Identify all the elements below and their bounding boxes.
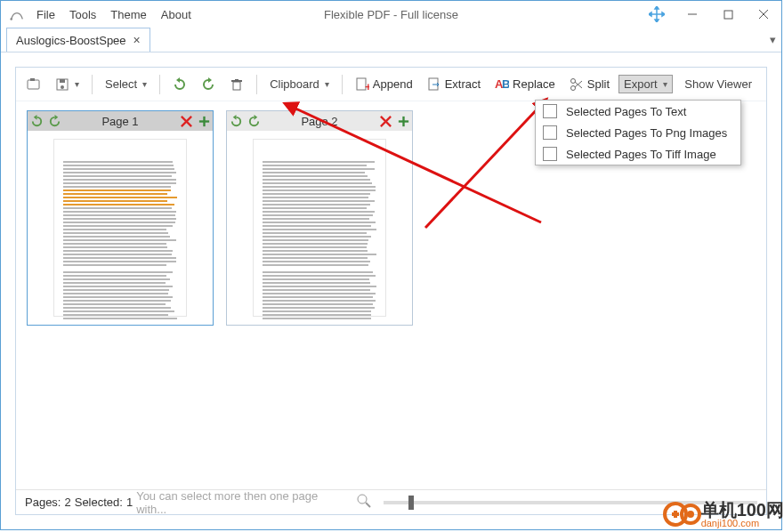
status-pages-value: 2 xyxy=(64,496,70,509)
extract-label: Extract xyxy=(445,77,481,91)
page-preview xyxy=(28,131,213,325)
toolbar-separator xyxy=(342,75,343,94)
document-tab[interactable]: Auslogics-BoostSpee × xyxy=(6,28,150,52)
toolbar: Select Clipboard +Append Extract ABRepla… xyxy=(16,68,766,101)
page-thumbnail-1[interactable]: Page 1 xyxy=(27,110,214,326)
status-selected-value: 1 xyxy=(126,496,133,509)
menu-item-label: Selected Pages To Tiff Image xyxy=(566,148,716,161)
content-area: Select Clipboard +Append Extract ABRepla… xyxy=(1,52,781,529)
svg-marker-6 xyxy=(662,12,665,16)
main-panel: Select Clipboard +Append Extract ABRepla… xyxy=(15,67,767,515)
slider-knob[interactable] xyxy=(408,496,414,510)
replace-button[interactable]: ABReplace xyxy=(489,75,561,94)
rotate-cw-button[interactable] xyxy=(196,75,221,94)
toolbar-separator xyxy=(92,75,93,94)
page-content xyxy=(53,139,187,317)
svg-point-42 xyxy=(358,495,367,504)
svg-line-28 xyxy=(575,82,582,88)
page-rotate-cw-icon[interactable] xyxy=(45,112,63,130)
svg-marker-17 xyxy=(208,77,212,83)
svg-marker-31 xyxy=(54,115,58,120)
svg-rect-12 xyxy=(30,78,35,81)
close-button[interactable] xyxy=(746,1,781,28)
show-viewer-button[interactable]: Show Viewer xyxy=(684,77,761,91)
window-title: Flexible PDF - Full license xyxy=(324,8,458,21)
app-window: File Tools Theme About Flexible PDF - Fu… xyxy=(0,0,782,530)
svg-marker-16 xyxy=(176,77,180,83)
menu-theme[interactable]: Theme xyxy=(110,8,146,21)
svg-line-47 xyxy=(425,105,541,228)
page-rotate-cw-icon[interactable] xyxy=(245,112,263,130)
app-logo-icon xyxy=(8,5,26,23)
toolbar-separator xyxy=(256,75,257,94)
save-button[interactable] xyxy=(50,75,85,94)
page-add-icon[interactable] xyxy=(195,112,213,130)
svg-marker-30 xyxy=(33,115,36,120)
toolbar-separator xyxy=(159,75,160,94)
menu-item-label: Selected Pages To Text xyxy=(566,105,686,118)
watermark: 单机100网danji100.com xyxy=(662,495,784,532)
select-button[interactable]: Select xyxy=(100,75,152,93)
menu-tools[interactable]: Tools xyxy=(69,8,96,21)
zoom-icon xyxy=(357,494,371,511)
png-file-icon xyxy=(543,125,557,140)
window-controls xyxy=(639,1,781,28)
export-dropdown-menu: Selected Pages To Text Selected Pages To… xyxy=(535,100,741,165)
svg-rect-14 xyxy=(60,79,65,83)
watermark-text-cn: 单机100网 xyxy=(701,501,784,519)
replace-label: Replace xyxy=(513,77,555,91)
svg-marker-3 xyxy=(655,6,659,9)
text-file-icon xyxy=(543,104,557,118)
maximize-button[interactable] xyxy=(710,1,746,28)
status-pages-label: Pages: xyxy=(25,496,61,509)
svg-rect-18 xyxy=(233,82,240,90)
menu-bar: File Tools Theme About xyxy=(36,8,191,21)
page-rotate-ccw-icon[interactable] xyxy=(28,112,45,130)
menu-item-label: Selected Pages To Png Images xyxy=(566,126,727,140)
tab-close-icon[interactable]: × xyxy=(133,33,141,47)
tiff-file-icon xyxy=(543,147,557,161)
svg-marker-36 xyxy=(232,115,236,120)
status-bar: Pages: 2 Selected: 1 You can select more… xyxy=(16,489,766,514)
menu-file[interactable]: File xyxy=(36,8,55,21)
menu-about[interactable]: About xyxy=(161,8,191,21)
open-button[interactable] xyxy=(21,75,46,94)
svg-text:B: B xyxy=(502,77,509,91)
thumbnail-header: Page 1 xyxy=(28,111,213,131)
svg-point-26 xyxy=(570,78,575,83)
titlebar: File Tools Theme About Flexible PDF - Fu… xyxy=(1,1,781,28)
export-button[interactable]: Export xyxy=(618,75,673,93)
tab-list-dropdown[interactable]: ▾ xyxy=(770,33,776,46)
append-button[interactable]: +Append xyxy=(350,75,418,94)
page-title: Page 1 xyxy=(63,115,177,128)
split-label: Split xyxy=(587,77,610,91)
extract-button[interactable]: Extract xyxy=(422,75,486,94)
export-to-tiff[interactable]: Selected Pages To Tiff Image xyxy=(536,143,740,165)
svg-line-43 xyxy=(366,503,370,507)
clipboard-button[interactable]: Clipboard xyxy=(264,75,335,93)
export-to-text[interactable]: Selected Pages To Text xyxy=(536,101,740,122)
status-hint: You can select more then one page with..… xyxy=(136,489,348,516)
status-selected-label: Selected: xyxy=(75,496,123,509)
append-label: Append xyxy=(373,77,413,91)
svg-text:+: + xyxy=(365,80,369,92)
svg-marker-5 xyxy=(649,12,651,16)
move-window-icon[interactable] xyxy=(639,1,675,28)
tab-bar: Auslogics-BoostSpee × ▾ xyxy=(1,28,781,52)
page-delete-icon[interactable] xyxy=(177,112,195,130)
rotate-ccw-button[interactable] xyxy=(167,75,192,94)
page-rotate-ccw-icon[interactable] xyxy=(227,112,245,130)
svg-rect-11 xyxy=(28,80,39,89)
export-to-png[interactable]: Selected Pages To Png Images xyxy=(536,122,740,143)
svg-point-52 xyxy=(687,511,694,518)
svg-point-15 xyxy=(61,85,64,89)
svg-marker-4 xyxy=(655,20,659,22)
minimize-button[interactable] xyxy=(675,1,710,28)
svg-marker-37 xyxy=(254,115,257,120)
svg-rect-20 xyxy=(235,79,238,81)
svg-rect-8 xyxy=(724,11,732,19)
watermark-text-en: danji100.com xyxy=(701,519,784,528)
split-button[interactable]: Split xyxy=(564,75,615,94)
delete-button[interactable] xyxy=(224,75,249,94)
svg-line-29 xyxy=(575,81,582,87)
